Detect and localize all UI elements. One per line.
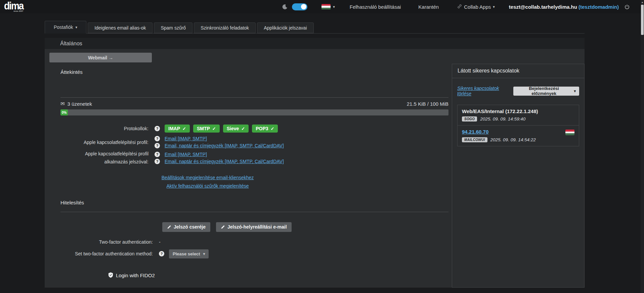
- page-container: Postafiók ▾ Ideiglenes email alias-ok Sp…: [45, 21, 585, 288]
- help-question-icon[interactable]: ?: [155, 126, 160, 131]
- tab-temp-aliases[interactable]: Ideiglenes email alias-ok: [88, 22, 153, 33]
- fido2-login-label: Login with FIDO2: [116, 273, 155, 278]
- tfa-method-select-value: Please select: [173, 251, 200, 256]
- auth-heading: Hitelesítés: [60, 200, 448, 205]
- scrollbar-up-arrow[interactable]: ▲: [641, 0, 644, 5]
- tab-sync-jobs[interactable]: Szinkronizáló feladatok: [194, 22, 256, 33]
- logout-power-icon[interactable]: [624, 4, 630, 10]
- user-role: (tesztdomadmin): [578, 4, 619, 10]
- apple-profile-label: Apple kapcsolatfelépítési profil:: [60, 140, 148, 145]
- tfa-value: -: [159, 239, 161, 245]
- brand-logo[interactable]: dima since 2007: [4, 1, 23, 12]
- set-tfa-row: Set two-factor authentication method: ? …: [60, 249, 448, 258]
- envelope-icon: ✉: [60, 101, 65, 107]
- tfa-label: Two-factor authentication:: [60, 239, 153, 245]
- check-icon: ✓: [241, 126, 245, 131]
- protocol-badges: IMAP ✓ SMTP ✓ Sieve ✓: [165, 125, 278, 133]
- client-settings-links: Beállítások megjelenítése email-kliensek…: [60, 175, 355, 189]
- help-question-icon[interactable]: ?: [155, 159, 160, 164]
- dark-mode-moon-icon: [282, 4, 288, 10]
- pencil-icon: [221, 225, 225, 229]
- apple-profile-full-link[interactable]: Email, naptár és címjegyzék [IMAP, SMTP,…: [165, 143, 284, 148]
- service-badge: SOGO: [462, 116, 477, 121]
- set-tfa-label: Set two-factor authentication method:: [60, 251, 153, 256]
- hungarian-flag-icon: [321, 4, 331, 10]
- connections-card-title: Látott sikeres kapcsolatok: [452, 64, 584, 78]
- change-password-button[interactable]: Jelszó cseréje: [162, 222, 210, 232]
- password-recovery-button[interactable]: Jelszó-helyreállítási e-mail: [216, 222, 292, 232]
- help-question-icon[interactable]: ?: [155, 136, 160, 141]
- webmail-button-label: Webmail: [88, 55, 107, 60]
- connection-row: 94.21.60.70 MAILCOWUI 2025. 09. 09. 14:5…: [458, 125, 579, 146]
- nav-collab-apps[interactable]: Collab Apps ▾: [457, 4, 495, 10]
- badge-smtp: SMTP ✓: [193, 125, 220, 133]
- help-question-icon[interactable]: ?: [159, 251, 164, 256]
- connection-timestamp: 2025. 09. 09. 14:54:22: [490, 137, 536, 142]
- tab-spam-filter[interactable]: Spam szűrő: [154, 22, 192, 33]
- connections-toolbar: Sikeres kapcsolatok törlése Bejelentkezé…: [457, 86, 579, 96]
- help-question-icon[interactable]: ?: [155, 143, 160, 148]
- tab-postafiok-label: Postafiók: [54, 25, 73, 30]
- check-icon: ✓: [271, 126, 274, 131]
- apple-profile-app-password-row: Apple kapcsolatfelépítési profil alkalma…: [60, 150, 448, 166]
- label-line-1: Apple kapcsolatfelépítési profil: [85, 151, 148, 156]
- password-buttons-row: Jelszó cseréje Jelszó-helyreállítási e-m…: [162, 222, 448, 232]
- user-email: teszt@collab.tarhelydima.hu: [509, 4, 577, 10]
- check-icon: ✓: [182, 126, 186, 131]
- page-scrollbar[interactable]: ▲: [641, 0, 644, 293]
- protocols-row: Protokollok: ? IMAP ✓ SMTP ✓: [60, 125, 448, 133]
- apple-profile-row: Apple kapcsolatfelépítési profil: ? Emai…: [60, 136, 448, 148]
- chevron-down-icon: ▾: [574, 89, 576, 93]
- toggle-knob: [301, 4, 306, 9]
- tfa-status-row: Two-factor authentication: -: [60, 239, 448, 245]
- login-history-button[interactable]: Bejelentkezési előzmények ▾: [513, 87, 579, 96]
- clear-connections-link[interactable]: Sikeres kapcsolatok törlése: [457, 86, 513, 96]
- connections-list: Web/EAS/Internal (172.22.1.248) SOGO 202…: [457, 105, 579, 146]
- language-selector[interactable]: ▾: [321, 4, 335, 10]
- chevron-down-icon: ▾: [76, 25, 78, 30]
- tab-postafiok[interactable]: Postafiók ▾: [45, 21, 86, 34]
- logged-in-user[interactable]: teszt@collab.tarhelydima.hu (tesztdomadm…: [509, 4, 619, 10]
- general-panel: Általános Webmail → Áttekintés ✉ 3 üzene…: [45, 38, 585, 288]
- chevron-down-icon: ▾: [333, 5, 335, 9]
- quota-row: ✉ 3 üzenetek 21.5 KiB / 100 MiB: [60, 101, 448, 107]
- login-history-label: Bejelentkezési előzmények: [517, 86, 571, 96]
- scrollbar-thumb[interactable]: [641, 5, 644, 35]
- quota-progress-bar: 0%: [60, 109, 448, 115]
- fido2-login-row[interactable]: Login with FIDO2: [108, 272, 448, 279]
- badge-pop3: POP3 ✓: [252, 125, 278, 133]
- help-question-icon[interactable]: ?: [155, 152, 160, 157]
- connection-ip-link[interactable]: 94.21.60.70: [462, 129, 488, 135]
- badge-pop3-label: POP3: [256, 126, 268, 131]
- panel-title: Általános: [45, 38, 585, 49]
- apple-profile-email-link[interactable]: Email [IMAP, SMTP]: [165, 136, 207, 141]
- nav-quarantine[interactable]: Karantén: [418, 4, 439, 10]
- quota-progress-label: 0%: [60, 109, 68, 115]
- chevron-down-icon: ▾: [203, 252, 205, 256]
- tfa-method-select[interactable]: Please select ▾: [169, 249, 209, 258]
- apple-profile-app-password-label: Apple kapcsolatfelépítési profil alkalma…: [60, 150, 148, 166]
- badge-imap: IMAP ✓: [165, 125, 190, 133]
- top-navbar: dima since 2007 ▾ Felhasználó beállítása…: [0, 0, 644, 13]
- apple-profile-apppw-email-link[interactable]: Email [IMAP, SMTP]: [165, 152, 207, 157]
- webmail-button[interactable]: Webmail →: [49, 53, 152, 62]
- link-icon: [457, 4, 462, 10]
- connection-row: Web/EAS/Internal (172.22.1.248) SOGO 202…: [458, 105, 579, 125]
- hungarian-flag-icon: [565, 130, 574, 135]
- chevron-down-icon: ▾: [493, 5, 495, 9]
- protocols-label: Protokollok:: [60, 126, 148, 131]
- tab-app-passwords[interactable]: Applikációk jelszavai: [257, 22, 313, 33]
- nav-collab-apps-label: Collab Apps: [464, 4, 491, 10]
- dark-mode-toggle[interactable]: [292, 3, 307, 10]
- connections-card: Látott sikeres kapcsolatok Sikeres kapcs…: [452, 64, 585, 288]
- mailbox-tabs: Postafiók ▾ Ideiglenes email alias-ok Sp…: [45, 21, 585, 34]
- connection-source: Web/EAS/Internal (172.22.1.248): [462, 108, 574, 114]
- password-recovery-label: Jelszó-helyreállítási e-mail: [227, 224, 287, 230]
- show-user-filters-link[interactable]: Aktív felhasználói szűrők megjelenítése: [166, 183, 249, 189]
- apple-profile-apppw-full-link[interactable]: Email, naptár és címjegyzék [IMAP, SMTP,…: [165, 159, 284, 164]
- show-client-settings-link[interactable]: Beállítások megjelenítése email-kliensek…: [162, 175, 254, 180]
- pencil-icon: [167, 225, 171, 229]
- message-count: 3 üzenetek: [68, 101, 92, 107]
- nav-user-settings[interactable]: Felhasználó beállításai: [350, 4, 401, 10]
- divider: [60, 212, 448, 212]
